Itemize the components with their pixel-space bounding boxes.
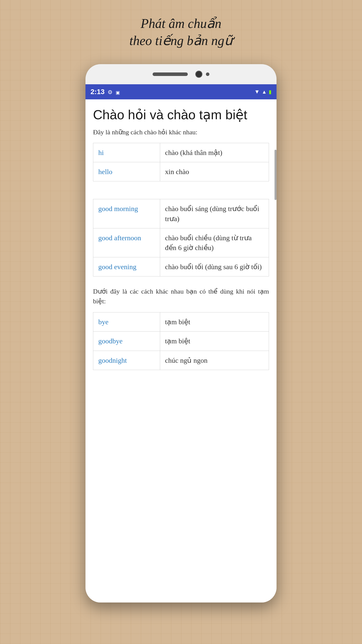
greetings-table: hi chào (khá thân mật) hello xin chào	[93, 143, 269, 181]
battery-icon: ▮	[269, 89, 272, 95]
table-row: good evening chào buổi tối (dùng sau 6 g…	[93, 257, 269, 276]
table-row: goodbye tạm biệt	[93, 332, 269, 351]
vietnamese-meaning: tạm biệt	[160, 312, 269, 332]
vietnamese-meaning: chào buổi sáng (dùng trước buổi trưa)	[160, 199, 269, 228]
greetings-intro: Đây là những cách chào hỏi khác nhau:	[93, 128, 269, 137]
english-word[interactable]: hello	[93, 162, 160, 181]
table-row: goodnight chúc ngủ ngon	[93, 351, 269, 370]
english-word[interactable]: hi	[93, 143, 160, 162]
farewell-table: bye tạm biệt goodbye tạm biệt goodnight …	[93, 312, 269, 370]
phone-frame: 2:13 ▼ ▲ ▮ Chào hỏi và chào tạm biệt Đây…	[85, 64, 277, 602]
page-header-title: Phát âm chuẩn theo tiếng bản ngữ	[129, 15, 233, 49]
farewell-intro: Dưới đây là các cách khác nhau bạn có th…	[93, 287, 269, 306]
english-word[interactable]: good morning	[93, 199, 160, 228]
table-row: hi chào (khá thân mật)	[93, 143, 269, 162]
vietnamese-meaning: chúc ngủ ngon	[160, 351, 269, 370]
gear-icon	[108, 88, 113, 96]
vietnamese-meaning: chào buổi tối (dùng sau 6 giờ tối)	[160, 257, 269, 276]
table-row: hello xin chào	[93, 162, 269, 181]
table-row: bye tạm biệt	[93, 312, 269, 332]
english-word[interactable]: good evening	[93, 257, 160, 276]
phone-speaker	[153, 72, 188, 76]
english-word[interactable]: bye	[93, 312, 160, 332]
status-left: 2:13	[90, 88, 120, 96]
status-bar: 2:13 ▼ ▲ ▮	[85, 84, 277, 99]
greetings-table-2: good morning chào buổi sáng (dùng trước …	[93, 199, 269, 276]
phone-content[interactable]: Chào hỏi và chào tạm biệt Đây là những c…	[85, 99, 277, 602]
vietnamese-meaning: xin chào	[160, 162, 269, 181]
english-word[interactable]: goodnight	[93, 351, 160, 370]
phone-camera	[195, 71, 202, 78]
table-row: good morning chào buổi sáng (dùng trước …	[93, 199, 269, 228]
content-page-title: Chào hỏi và chào tạm biệt	[93, 107, 269, 123]
status-right: ▼ ▲ ▮	[254, 89, 272, 95]
vietnamese-meaning: tạm biệt	[160, 332, 269, 351]
status-time: 2:13	[90, 88, 105, 96]
phone-dot	[206, 72, 209, 76]
scrollbar[interactable]	[275, 150, 277, 200]
table-row: good afternoon chào buổi chiều (dùng từ …	[93, 228, 269, 257]
vietnamese-meaning: chào buổi chiều (dùng từ trưa đến 6 giờ …	[160, 228, 269, 257]
signal-icon: ▲	[262, 89, 267, 95]
vietnamese-meaning: chào (khá thân mật)	[160, 143, 269, 162]
wifi-icon: ▼	[254, 89, 260, 95]
phone-top-bezel	[85, 64, 277, 84]
english-word[interactable]: good afternoon	[93, 228, 160, 257]
sim-icon	[116, 88, 120, 96]
english-word[interactable]: goodbye	[93, 332, 160, 351]
